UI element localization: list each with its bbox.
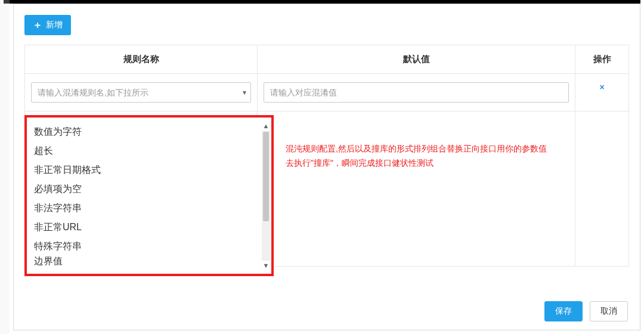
delete-row-button[interactable]: × <box>581 82 623 92</box>
dropdown-option[interactable]: 非法字符串 <box>34 199 261 218</box>
rule-name-input[interactable] <box>31 82 251 103</box>
plus-icon: ＋ <box>33 20 42 30</box>
annotation-text: 混沌规则配置,然后以及撞库的形式排列组合替换正向接口用你的参数值 去执行"撞库"… <box>286 141 616 170</box>
annotation-line2: 去执行"撞库"，瞬间完成接口健状性测试 <box>286 156 616 170</box>
col-header-name: 规则名称 <box>25 45 258 74</box>
save-button[interactable]: 保存 <box>544 301 583 321</box>
table-row: ▾ × <box>25 74 629 112</box>
dropdown-scrollbar[interactable]: ▲ ▼ <box>261 121 271 270</box>
add-button[interactable]: ＋ 新增 <box>24 15 71 35</box>
cancel-button[interactable]: 取消 <box>590 301 628 321</box>
dropdown-option[interactable]: 边界值 <box>34 256 261 267</box>
left-edge <box>0 0 10 334</box>
dropdown-option[interactable]: 特殊字符串 <box>34 237 261 256</box>
dropdown-list[interactable]: 数值为字符 超长 非正常日期格式 必填项为空 非法字符串 非正常URL 特殊字符… <box>27 121 261 270</box>
scroll-track[interactable] <box>262 131 270 261</box>
scroll-thumb[interactable] <box>263 132 269 221</box>
dropdown-option[interactable]: 数值为字符 <box>34 122 261 141</box>
annotation-line1: 混沌规则配置,然后以及撞库的形式排列组合替换正向接口用你的参数值 <box>286 141 616 156</box>
dropdown-option[interactable]: 非正常URL <box>34 218 261 237</box>
rule-name-select[interactable]: ▾ <box>31 82 251 103</box>
dialog-content: ＋ 新增 规则名称 默认值 操作 ▾ <box>13 4 640 330</box>
scroll-up-icon[interactable]: ▲ <box>263 122 270 129</box>
dropdown-option[interactable]: 超长 <box>34 141 261 160</box>
dropdown-option[interactable]: 必填项为空 <box>34 180 261 199</box>
col-header-default: 默认值 <box>258 45 575 74</box>
dropdown-option[interactable]: 非正常日期格式 <box>34 160 261 180</box>
col-header-action: 操作 <box>575 45 629 74</box>
add-button-label: 新增 <box>46 20 63 30</box>
dialog-footer: 保存 取消 <box>544 301 628 321</box>
scroll-down-icon[interactable]: ▼ <box>263 262 270 269</box>
default-value-input[interactable] <box>264 82 569 103</box>
rule-name-dropdown: 数值为字符 超长 非正常日期格式 必填项为空 非法字符串 非正常URL 特殊字符… <box>24 115 274 276</box>
table-header-row: 规则名称 默认值 操作 <box>25 45 629 74</box>
app-frame: ＋ 新增 规则名称 默认值 操作 ▾ <box>0 0 644 334</box>
